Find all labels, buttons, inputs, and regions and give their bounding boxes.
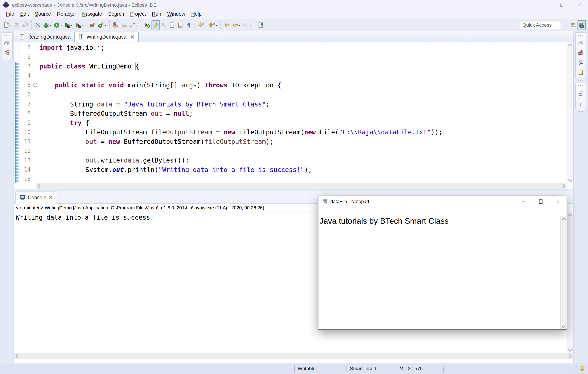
notepad-titlebar[interactable]: dataFile - Notepad <box>318 196 567 207</box>
save-button[interactable] <box>13 20 21 30</box>
scroll-right-arrow[interactable] <box>560 183 565 188</box>
external-tools-button[interactable]: ▾ <box>74 20 84 30</box>
notepad-close-button[interactable] <box>549 196 567 207</box>
tab-close-icon[interactable]: ✕ <box>130 34 135 40</box>
dropdown-arrow-icon[interactable]: ▾ <box>250 23 251 27</box>
skip-breakpoints-button[interactable] <box>34 20 42 30</box>
editor-horizontal-scrollbar[interactable] <box>36 183 567 189</box>
forward-icon <box>243 22 249 28</box>
coverage-button[interactable]: ▾ <box>63 20 74 30</box>
restore-view-button[interactable] <box>576 89 585 98</box>
dropdown-arrow-icon[interactable]: ▾ <box>136 23 138 27</box>
editor-console-sash[interactable] <box>14 189 574 191</box>
editor-vertical-scrollbar[interactable] <box>567 42 573 183</box>
sort-up-button[interactable]: ▾ <box>208 20 218 30</box>
new-wizard-button[interactable]: ▾ <box>2 20 13 30</box>
debug-button[interactable]: ▾ <box>42 20 52 30</box>
gray-element-button[interactable] <box>160 20 168 30</box>
window-restore-button[interactable] <box>554 0 571 10</box>
selected-element-button[interactable] <box>176 20 184 30</box>
show-whitespace-button[interactable]: ¶ <box>185 20 193 30</box>
save-all-button[interactable] <box>21 20 29 30</box>
window-close-button[interactable] <box>571 0 588 10</box>
toolbar-group: ▾ <box>2 20 29 30</box>
menu-source[interactable]: Source <box>32 10 54 19</box>
scroll-down-arrow[interactable] <box>562 324 566 328</box>
menu-file[interactable]: File <box>3 10 17 19</box>
java-file-button[interactable]: J <box>576 99 585 108</box>
run-button[interactable]: ▾ <box>52 20 63 30</box>
menu-window[interactable]: Window <box>164 10 188 19</box>
dropdown-arrow-icon[interactable]: ▾ <box>60 23 62 27</box>
edit-knife-button[interactable]: ▾ <box>128 20 139 30</box>
stack-grip[interactable] <box>578 35 584 36</box>
restore-view-button[interactable] <box>576 39 585 48</box>
console-horizontal-scrollbar[interactable] <box>14 353 574 359</box>
new-class-button[interactable]: ▾ <box>97 20 107 30</box>
console-tab-close-icon[interactable]: ✕ <box>49 194 53 201</box>
highlighter-button[interactable] <box>151 20 160 30</box>
stack-grip[interactable] <box>578 85 584 87</box>
task-list-button[interactable] <box>576 48 585 57</box>
status-grip[interactable] <box>575 365 577 372</box>
line-number: 14 <box>20 165 33 175</box>
notepad-maximize-button[interactable] <box>532 196 549 207</box>
dropdown-arrow-icon[interactable]: ▾ <box>50 23 51 27</box>
scroll-down-arrow[interactable] <box>568 177 573 182</box>
dropdown-arrow-icon[interactable]: ▾ <box>216 23 217 27</box>
fold-collapse-icon[interactable]: − <box>33 83 37 87</box>
fold-column <box>33 90 38 100</box>
dropdown-arrow-icon[interactable]: ▾ <box>82 23 83 27</box>
notepad-text-area[interactable]: Java tutorials by BTech Smart Class <box>318 216 560 329</box>
dropdown-arrow-icon[interactable]: ▾ <box>10 23 12 27</box>
dropdown-arrow-icon[interactable]: ▾ <box>205 23 207 27</box>
toolbar-group: ▾ <box>112 20 139 30</box>
menu-run[interactable]: Run <box>149 10 164 19</box>
new-java-project-button[interactable] <box>89 20 97 30</box>
menu-navigate[interactable]: Navigate <box>79 10 105 19</box>
editor-text-area[interactable]: 1import java.io.*;23public class Writing… <box>20 42 567 183</box>
mark-occurrences-button[interactable] <box>143 20 151 30</box>
scroll-left-arrow[interactable] <box>15 354 20 358</box>
open-type-button[interactable] <box>112 20 120 30</box>
scroll-right-arrow[interactable] <box>567 354 572 358</box>
menu-project[interactable]: Project <box>127 10 149 19</box>
declaration-button[interactable]: {= <box>576 68 585 77</box>
sort-down-button[interactable]: ▾ <box>197 20 208 30</box>
quick-access-box[interactable]: Quick Access <box>519 21 561 29</box>
import-button[interactable] <box>120 20 128 30</box>
dropdown-arrow-icon[interactable]: ▾ <box>239 23 241 27</box>
menu-help[interactable]: Help <box>188 10 205 19</box>
open-perspective-button[interactable] <box>569 20 578 30</box>
scroll-up-arrow[interactable] <box>562 217 566 222</box>
scroll-down-arrow[interactable] <box>568 347 573 352</box>
javadoc-button[interactable]: @ <box>576 58 585 67</box>
console-vertical-scrollbar[interactable] <box>567 212 573 353</box>
notepad-vertical-scrollbar[interactable] <box>560 216 567 329</box>
scroll-left-arrow[interactable] <box>37 183 42 188</box>
dropdown-arrow-icon[interactable]: ▾ <box>105 23 106 27</box>
scroll-up-arrow[interactable] <box>568 44 573 48</box>
project-explorer-button[interactable] <box>2 48 11 57</box>
java-perspective-button[interactable]: J <box>578 20 586 30</box>
stack-grip[interactable] <box>3 35 10 36</box>
next-edit-button[interactable] <box>168 20 176 30</box>
tab-readingdemo-java[interactable]: JReadingDemo.java <box>15 32 74 42</box>
toolbar-group: ¶ <box>143 20 193 30</box>
menu-edit[interactable]: Edit <box>17 10 32 19</box>
dropdown-arrow-icon[interactable]: ▾ <box>71 23 73 27</box>
tab-console[interactable]: Console ✕ <box>15 191 57 204</box>
back-button[interactable]: ▾ <box>231 20 242 30</box>
window-minimize-button[interactable] <box>536 0 553 10</box>
menu-refactor[interactable]: Refactor <box>54 10 79 19</box>
tab-writingdemo-java[interactable]: JWritingDemo.java✕ <box>74 31 139 42</box>
status-grip[interactable] <box>443 365 444 372</box>
forward-button[interactable]: ▾ <box>242 20 252 30</box>
code-editor[interactable]: 1import java.io.*;23public class Writing… <box>14 42 574 183</box>
scroll-up-arrow[interactable] <box>568 213 573 218</box>
back-star-button[interactable]: * <box>223 20 231 30</box>
menu-search[interactable]: Search <box>105 10 127 19</box>
pin-editor-button[interactable] <box>257 20 265 30</box>
notepad-minimize-button[interactable] <box>515 196 532 207</box>
restore-view-button[interactable] <box>2 39 11 48</box>
